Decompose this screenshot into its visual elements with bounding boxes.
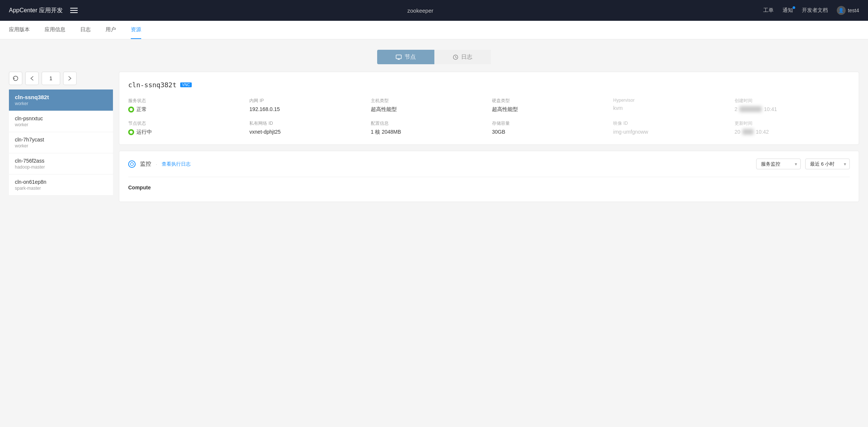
- monitor-separator: ·: [156, 161, 157, 167]
- tab-resources[interactable]: 资源: [131, 21, 141, 39]
- hypervisor-field: Hypervisor kvm: [613, 98, 728, 113]
- refresh-icon: [13, 75, 19, 81]
- service-status-field: 服务状态 正常: [128, 98, 243, 113]
- hypervisor-value: kvm: [613, 105, 728, 111]
- list-item[interactable]: cln-on61ep8n spark-master: [9, 175, 113, 196]
- config-value: 1 核 2048MB: [371, 129, 486, 136]
- update-time-value: 20 ███ 10:42: [735, 129, 850, 135]
- host-type-label: 主机类型: [371, 98, 486, 104]
- left-panel: cln-ssnq382t worker cln-psnrxtuc worker …: [9, 72, 113, 202]
- main-content: 节点 日志: [0, 39, 868, 427]
- service-status-label: 服务状态: [128, 98, 243, 104]
- storage-field: 存储容量 30GB: [492, 120, 607, 136]
- log-toggle-btn[interactable]: 日志: [434, 50, 491, 64]
- list-item[interactable]: cln-psnrxtuc worker: [9, 111, 113, 132]
- private-net-field: 私有网络 ID vxnet-dphjt25: [249, 120, 365, 136]
- created-time-field: 创建时间 2 ██████ 10:41: [735, 98, 850, 113]
- list-item[interactable]: cln-7h7ycast worker: [9, 132, 113, 153]
- compute-section: Compute: [128, 185, 850, 190]
- list-item[interactable]: cln-ssnq382t worker: [9, 89, 113, 111]
- prev-button[interactable]: [25, 72, 39, 85]
- host-type-field: 主机类型 超高性能型: [371, 98, 486, 113]
- monitor-section: 监控 · 查看执行日志 服务监控 最近 6 小时: [119, 151, 859, 202]
- content-area: cln-ssnq382t worker cln-psnrxtuc worker …: [0, 72, 868, 211]
- node-list: cln-ssnq382t worker cln-psnrxtuc worker …: [9, 89, 113, 196]
- node-toggle-btn[interactable]: 节点: [377, 50, 434, 64]
- host-type-value: 超高性能型: [371, 106, 486, 113]
- clock-icon: [453, 55, 458, 60]
- refresh-button[interactable]: [9, 72, 22, 85]
- tab-users[interactable]: 用户: [106, 21, 116, 39]
- status-dot-green: [128, 107, 134, 113]
- user-area[interactable]: 👤 test4: [837, 6, 859, 15]
- list-controls: [9, 72, 113, 85]
- nav-left: AppCenter 应用开发: [9, 7, 78, 14]
- time-range-dropdown-wrapper: 最近 6 小时: [805, 159, 850, 169]
- image-id-value: img-umfgnoww: [613, 129, 728, 135]
- image-id-label: 映像 ID: [613, 120, 728, 127]
- next-button[interactable]: [63, 72, 77, 85]
- time-range-dropdown[interactable]: 最近 6 小时: [805, 159, 850, 169]
- node-status-label: 节点状态: [128, 120, 243, 127]
- node-info-grid: 服务状态 正常 内网 IP 192.168.0.15 主机类型 超高性能型: [128, 98, 850, 136]
- brand-title: AppCenter 应用开发: [9, 7, 63, 14]
- node-detail-card: cln-ssnq382t VNC 服务状态 正常 内网 IP 192.1: [119, 72, 859, 145]
- nav-ticket[interactable]: 工单: [763, 7, 774, 14]
- config-field: 配置信息 1 核 2048MB: [371, 120, 486, 136]
- svg-rect-0: [396, 55, 401, 59]
- user-icon: 👤: [837, 6, 846, 15]
- hamburger-icon[interactable]: [70, 8, 78, 13]
- chevron-left-icon: [30, 76, 34, 81]
- monitor-left: 监控 · 查看执行日志: [128, 160, 191, 168]
- compute-title: Compute: [128, 185, 850, 190]
- disk-type-label: 硬盘类型: [492, 98, 607, 104]
- node-status-field: 节点状态 运行中: [128, 120, 243, 136]
- storage-value: 30GB: [492, 129, 607, 135]
- tab-logs[interactable]: 日志: [80, 21, 91, 39]
- update-time-field: 更新时间 20 ███ 10:42: [735, 120, 850, 136]
- nav-right: 工单 通知 开发者文档 👤 test4: [763, 6, 859, 15]
- svg-point-6: [130, 163, 133, 166]
- tab-app-version[interactable]: 应用版本: [9, 21, 30, 39]
- status-dot-running: [128, 129, 134, 135]
- created-time-label: 创建时间: [735, 98, 850, 104]
- disk-type-field: 硬盘类型 超高性能型: [492, 98, 607, 113]
- nav-dev-docs[interactable]: 开发者文档: [802, 7, 828, 14]
- monitor-icon: [396, 55, 402, 60]
- toggle-group: 节点 日志: [377, 50, 491, 64]
- toggle-bar: 节点 日志: [0, 39, 868, 72]
- page-input[interactable]: [42, 72, 60, 85]
- internal-ip-field: 内网 IP 192.168.0.15: [249, 98, 365, 113]
- top-nav: AppCenter 应用开发 zookeeper 工单 通知 开发者文档 👤 t…: [0, 0, 868, 21]
- monitor-divider: [128, 177, 850, 177]
- service-monitor-dropdown[interactable]: 服务监控: [756, 159, 801, 169]
- service-status-value: 正常: [128, 106, 243, 113]
- private-net-label: 私有网络 ID: [249, 120, 365, 127]
- svg-line-5: [456, 57, 457, 58]
- username: test4: [848, 7, 859, 13]
- monitor-link[interactable]: 查看执行日志: [162, 161, 191, 167]
- monitor-title: 监控: [140, 160, 151, 167]
- storage-label: 存储容量: [492, 120, 607, 127]
- internal-ip-label: 内网 IP: [249, 98, 365, 104]
- vnc-badge[interactable]: VNC: [180, 82, 192, 87]
- nav-notification[interactable]: 通知: [783, 7, 793, 14]
- node-status-value: 运行中: [128, 129, 243, 136]
- node-detail-header: cln-ssnq382t VNC: [128, 81, 850, 89]
- node-detail-title: cln-ssnq382t: [128, 81, 176, 89]
- app-name: zookeeper: [407, 7, 433, 14]
- monitor-header: 监控 · 查看执行日志 服务监控 最近 6 小时: [128, 159, 850, 169]
- tab-app-info[interactable]: 应用信息: [45, 21, 65, 39]
- chevron-right-icon: [68, 76, 72, 81]
- monitor-circle-icon: [128, 160, 136, 168]
- config-label: 配置信息: [371, 120, 486, 127]
- list-item[interactable]: cln-756f2ass hadoop-master: [9, 153, 113, 175]
- internal-ip-value: 192.168.0.15: [249, 106, 365, 112]
- private-net-value: vxnet-dphjt25: [249, 129, 365, 135]
- created-time-value: 2 ██████ 10:41: [735, 106, 850, 112]
- right-panel: cln-ssnq382t VNC 服务状态 正常 内网 IP 192.1: [119, 72, 859, 202]
- monitor-controls: 服务监控 最近 6 小时: [756, 159, 850, 169]
- sub-nav: 应用版本 应用信息 日志 用户 资源: [0, 21, 868, 39]
- update-time-label: 更新时间: [735, 120, 850, 127]
- image-id-field: 映像 ID img-umfgnoww: [613, 120, 728, 136]
